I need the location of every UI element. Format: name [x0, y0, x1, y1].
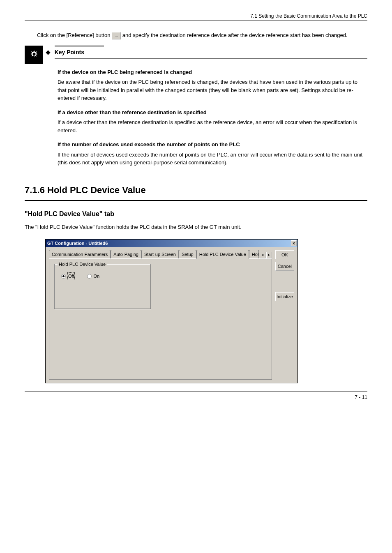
tab-scroll-right-icon[interactable]: ► [266, 252, 272, 258]
reference-button-icon [112, 32, 121, 39]
reference-paragraph: Click on the [Reference] button and spec… [37, 31, 367, 39]
radio-on-label: On [93, 273, 99, 280]
diamond-icon [46, 50, 50, 55]
reference-text-post: and specify the destination reference de… [122, 32, 348, 38]
ok-button[interactable]: OK [275, 250, 294, 259]
initialize-button[interactable]: Initialize [275, 292, 294, 301]
groupbox-title: Hold PLC Device Value [58, 261, 107, 268]
tab-partial[interactable]: Hol [249, 250, 259, 259]
keypoint-1-body: Be aware that if the device on the PLC b… [58, 78, 367, 102]
page-header: 7.1 Setting the Basic Communication Area… [25, 12, 367, 20]
keypoints-title: Key Points [55, 49, 84, 55]
lightbulb-icon [25, 46, 43, 64]
section-heading: 7.1.6 Hold PLC Device Value [25, 183, 367, 197]
tab-scroll-left-icon[interactable]: ◄ [260, 252, 265, 258]
dialog-titlebar: GT Configuration - Untitled6 × [46, 240, 297, 247]
tab-setup[interactable]: Setup [179, 250, 196, 259]
radio-on-circle-icon [87, 274, 92, 279]
header-divider [25, 21, 367, 21]
tab-content: Hold PLC Device Value Off On [49, 258, 272, 380]
tab-communication-parameters[interactable]: Communication Parameters [49, 250, 111, 259]
gt-configuration-dialog: GT Configuration - Untitled6 × Communica… [45, 239, 298, 383]
keypoint-2-body: If a device other than the reference des… [58, 118, 367, 134]
tab-auto-paging[interactable]: Auto-Paging [111, 250, 141, 259]
section-body: The "Hold PLC Device Value" function hol… [25, 223, 367, 231]
svg-point-0 [32, 53, 35, 55]
close-icon[interactable]: × [291, 240, 297, 246]
subsection-heading: "Hold PLC Device Value" tab [25, 209, 367, 219]
page-number: 7 - 11 [25, 394, 367, 401]
radio-off-circle-icon [61, 274, 66, 279]
header-right: 7.1 Setting the Basic Communication Area… [250, 12, 367, 20]
keypoint-3-body: If the number of devices used exceeds th… [58, 151, 367, 167]
tab-hold-plc-device-value[interactable]: Hold PLC Device Value [196, 250, 249, 259]
section-divider [25, 200, 367, 201]
tab-startup-screen[interactable]: Start-up Screen [141, 250, 179, 259]
reference-text-pre: Click on the [Reference] button [37, 32, 112, 38]
radio-off[interactable]: Off [61, 272, 75, 280]
tabs-row: Communication Parameters Auto-Paging Sta… [49, 250, 272, 258]
radio-on[interactable]: On [87, 272, 99, 280]
cancel-button[interactable]: Cancel [275, 262, 294, 271]
keypoint-2-heading: If a device other than the reference des… [58, 108, 367, 117]
radio-off-label: Off [67, 272, 75, 280]
dialog-title: GT Configuration - Untitled6 [47, 240, 108, 247]
keypoints-section: Key Points If the device on the PLC bein… [25, 46, 367, 167]
hold-plc-groupbox: Hold PLC Device Value Off On [54, 264, 151, 309]
keypoint-1-heading: If the device on the PLC being reference… [58, 68, 367, 76]
footer-divider [25, 392, 367, 392]
keypoint-3-heading: If the number of devices used exceeds th… [58, 141, 367, 149]
